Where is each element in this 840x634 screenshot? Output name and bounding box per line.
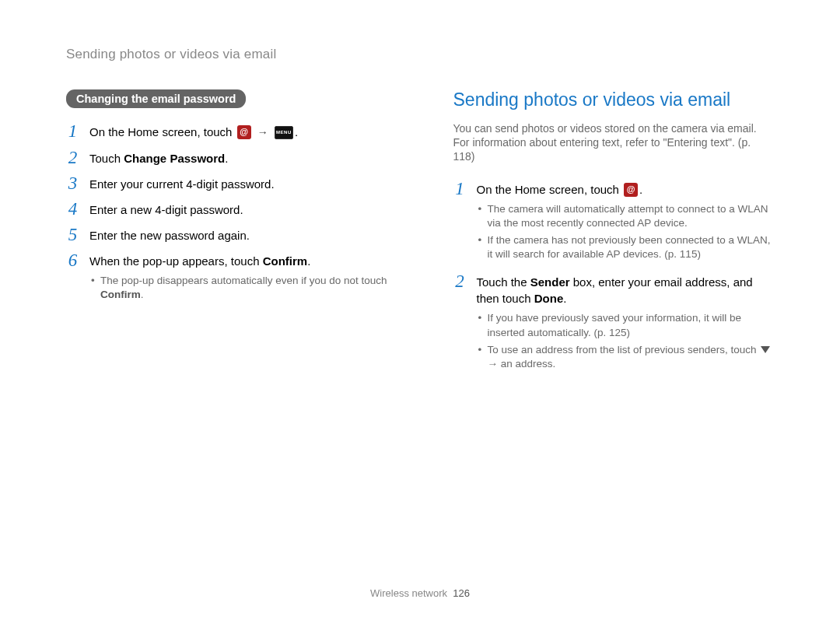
- step-4: 4 Enter a new 4-digit password.: [66, 200, 387, 218]
- arrow-right-icon: →: [488, 358, 499, 370]
- step-text-bold: Sender: [530, 275, 570, 289]
- step-text-end: .: [563, 292, 566, 305]
- page-header-title: Sending photos or videos via email: [66, 47, 774, 62]
- step-1: 1 On the Home screen, touch → MENU.: [66, 122, 387, 141]
- step-number: 2: [66, 149, 79, 166]
- step-2: 2 Touch the Sender box, enter your email…: [453, 272, 775, 374]
- step-3: 3 Enter your current 4-digit password.: [66, 174, 387, 192]
- step-number: 3: [66, 174, 79, 192]
- bullet-text: To use an address from the list of previ…: [488, 344, 760, 356]
- email-app-icon: [237, 125, 251, 139]
- step-text-end: .: [639, 183, 642, 196]
- right-column: Sending photos or videos via email You c…: [453, 89, 775, 382]
- arrow-right-icon: →: [257, 126, 268, 138]
- step-body: Enter the new password again.: [89, 226, 250, 243]
- step-number: 6: [66, 251, 79, 269]
- step-body: Touch the Sender box, enter your email a…: [477, 272, 775, 374]
- email-app-icon: [624, 183, 638, 197]
- footer-page-number: 126: [453, 587, 470, 599]
- sub-bullet: To use an address from the list of previ…: [477, 343, 775, 371]
- step-text: Touch: [89, 152, 124, 165]
- step-text-bold: Done: [534, 292, 564, 305]
- sub-bullet: If the camera has not previously been co…: [477, 233, 775, 261]
- bullet-text-end: an address.: [498, 358, 555, 370]
- sub-bullet: The camera will automatically attempt to…: [477, 202, 775, 230]
- step-number: 4: [66, 200, 79, 218]
- step-body: Touch Change Password.: [89, 149, 228, 166]
- sub-bullets: The pop-up disappears automatically even…: [89, 274, 387, 302]
- section-title-sending: Sending photos or videos via email: [453, 89, 775, 110]
- step-text: Touch the: [477, 275, 530, 289]
- sub-bullet: If you have previously saved your inform…: [477, 311, 775, 339]
- step-6: 6 When the pop-up appears, touch Confirm…: [66, 251, 387, 305]
- footer-section: Wireless network: [370, 587, 447, 599]
- step-text-end: .: [295, 125, 298, 138]
- step-text-bold: Change Password: [124, 152, 225, 165]
- step-2: 2 Touch Change Password.: [66, 149, 387, 166]
- step-body: When the pop-up appears, touch Confirm. …: [89, 251, 387, 305]
- step-body: Enter your current 4-digit password.: [89, 174, 275, 192]
- left-column: Changing the email password 1 On the Hom…: [66, 89, 387, 382]
- step-text-bold: Confirm: [263, 254, 308, 268]
- menu-icon: MENU: [275, 126, 293, 139]
- section-tag-changing-password: Changing the email password: [66, 89, 246, 108]
- step-1: 1 On the Home screen, touch . The camera…: [453, 180, 775, 265]
- two-column-layout: Changing the email password 1 On the Hom…: [66, 89, 774, 382]
- step-body: On the Home screen, touch . The camera w…: [477, 180, 775, 265]
- page-footer: Wireless network 126: [0, 587, 840, 599]
- section-intro: You can send photos or videos stored on …: [453, 121, 775, 164]
- steps-list-right: 1 On the Home screen, touch . The camera…: [453, 180, 775, 375]
- step-body: On the Home screen, touch → MENU.: [89, 122, 298, 141]
- step-5: 5 Enter the new password again.: [66, 226, 387, 243]
- step-number: 5: [66, 226, 79, 243]
- bullet-text-bold: Confirm: [100, 289, 141, 300]
- manual-page: Sending photos or videos via email Chang…: [0, 0, 840, 634]
- step-text-end: .: [225, 152, 228, 165]
- step-number: 1: [453, 180, 467, 198]
- step-text: On the Home screen, touch: [89, 125, 236, 138]
- step-text: On the Home screen, touch: [477, 183, 623, 196]
- step-body: Enter a new 4-digit password.: [89, 200, 243, 218]
- step-text-end: .: [307, 254, 310, 268]
- sub-bullets: The camera will automatically attempt to…: [477, 202, 775, 262]
- steps-list-left: 1 On the Home screen, touch → MENU. 2 To…: [66, 122, 387, 305]
- step-number: 2: [453, 272, 467, 290]
- bullet-text-end: .: [141, 289, 144, 300]
- chevron-down-icon: [761, 346, 770, 353]
- bullet-text: The pop-up disappears automatically even…: [100, 275, 387, 286]
- step-number: 1: [66, 122, 79, 140]
- step-text: When the pop-up appears, touch: [89, 254, 263, 268]
- sub-bullets: If you have previously saved your inform…: [477, 311, 775, 371]
- sub-bullet: The pop-up disappears automatically even…: [89, 274, 387, 302]
